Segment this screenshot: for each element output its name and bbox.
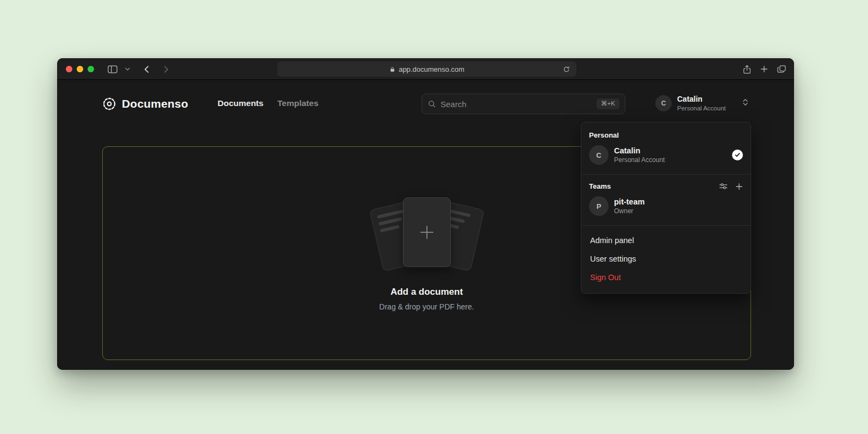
account-menu-trigger[interactable]: C Catalin Personal Account [655,95,748,112]
document-card-center [403,197,451,267]
add-team-icon [735,183,743,190]
documenso-logo-icon [102,97,116,111]
menu-section-links: Admin panel User settings Sign Out [581,227,751,291]
reload-icon [563,66,570,73]
teams-header: Teams [585,180,747,193]
menu-divider [581,174,751,175]
team-settings-icon [719,183,728,190]
account-name: Catalin [677,95,736,104]
sidebar-toggle-button[interactable] [105,58,120,80]
tab-overview-button[interactable] [773,58,790,80]
back-button[interactable] [139,58,154,80]
sidebar-chevron-button[interactable] [122,58,132,80]
forward-button[interactable] [158,58,173,80]
desktop-background: app.documenso.com Documenso [0,0,868,434]
menu-item-admin-panel[interactable]: Admin panel [585,231,747,250]
documents-illustration [367,195,487,276]
minimize-button[interactable] [77,66,83,72]
account-dropdown-menu: Personal C Catalin Personal Account [581,122,751,294]
menu-section-teams: Teams P pit-team [581,176,751,224]
card-line [380,225,399,233]
add-team-button[interactable] [735,183,743,190]
browser-toolbar: app.documenso.com [57,58,794,80]
chevron-down-icon [125,67,130,71]
nav-templates[interactable]: Templates [277,98,319,108]
menu-divider [581,225,751,226]
team-avatar: P [589,196,609,216]
tabs-icon [777,65,786,73]
new-tab-icon [760,65,768,73]
menu-item-sign-out[interactable]: Sign Out [585,268,747,287]
team-role: Owner [614,207,743,216]
search-shortcut-badge: ⌘+K [597,98,619,109]
back-icon [144,65,149,73]
personal-subtitle: Personal Account [614,156,727,165]
url-text: app.documenso.com [399,65,464,73]
address-bar[interactable]: app.documenso.com [277,61,576,77]
menu-item-user-settings[interactable]: User settings [585,250,747,268]
menu-item-team-pit-team[interactable]: P pit-team Owner [585,193,747,220]
new-tab-button[interactable] [756,58,772,80]
personal-name: Catalin [614,146,727,156]
sidebar-toggle-icon [108,65,117,73]
search-box[interactable]: ⌘+K [421,94,625,114]
menu-section-personal: Personal C Catalin Personal Account [581,125,751,173]
plus-icon [419,224,435,240]
card-line [378,217,402,226]
search-icon [427,100,436,108]
account-avatar: C [655,95,672,111]
lock-icon [389,66,395,72]
team-settings-button[interactable] [719,183,728,190]
browser-window: app.documenso.com Documenso [57,58,794,370]
personal-avatar: C [589,145,609,165]
zoom-button[interactable] [88,66,94,72]
forward-icon [164,65,169,73]
menu-label-teams: Teams [585,180,615,193]
app-header: Documenso Documents Templates ⌘+K C Cata… [57,80,794,128]
nav-documents[interactable]: Documents [218,98,263,108]
account-type: Personal Account [677,104,736,112]
reload-button[interactable] [560,61,572,77]
search-input[interactable] [441,100,592,109]
team-name: pit-team [614,197,743,207]
brand-name: Documenso [122,97,188,110]
share-button[interactable] [739,58,755,80]
traffic-lights [66,66,94,72]
share-icon [743,65,751,74]
dropzone-subtitle: Drag & drop your PDF here. [379,302,474,311]
brand[interactable]: Documenso [102,97,188,111]
close-button[interactable] [66,66,72,72]
chevron-updown-icon [742,98,748,109]
menu-item-personal-account[interactable]: C Catalin Personal Account [585,141,747,169]
web-page: Documenso Documents Templates ⌘+K C Cata… [57,80,794,370]
menu-label-personal: Personal [585,129,747,141]
dropzone-title: Add a document [390,287,463,297]
selected-check-icon [732,150,743,160]
